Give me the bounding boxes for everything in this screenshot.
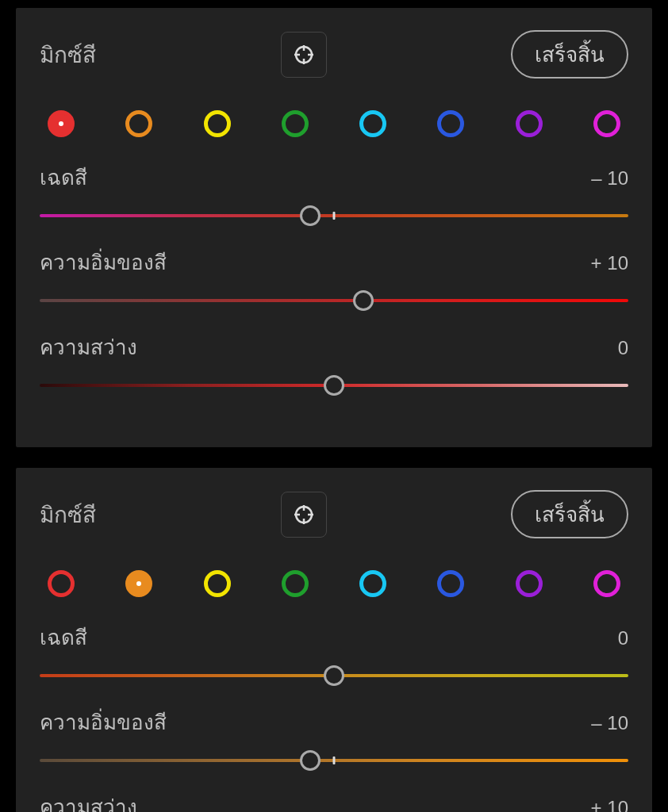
slider-label: เฉดสี [40, 621, 87, 653]
panel-title: มิกซ์สี [40, 37, 96, 72]
target-adjustment-button[interactable] [281, 492, 327, 538]
slider-thumb[interactable] [300, 750, 321, 771]
panel-header: มิกซ์สี เสร็จสิ้น [40, 490, 628, 538]
slider-track[interactable] [40, 665, 628, 687]
slider-center-tick [333, 756, 336, 764]
swatch-green[interactable] [282, 570, 309, 597]
slider-group: เฉดสี 0 [40, 621, 628, 687]
swatch-aqua[interactable] [359, 570, 386, 597]
swatch-yellow[interactable] [204, 110, 231, 137]
swatch-aqua[interactable] [359, 110, 386, 137]
slider-label: ความอิ่มของสี [40, 246, 167, 278]
slider-track[interactable] [40, 749, 628, 772]
slider-value: 0 [618, 627, 628, 649]
panel-title: มิกซ์สี [40, 497, 96, 532]
slider-center-tick [333, 212, 336, 220]
color-swatch-row [40, 570, 628, 597]
swatch-green[interactable] [282, 110, 309, 137]
slider-label: เฉดสี [40, 161, 87, 193]
slider-track[interactable] [40, 205, 628, 227]
swatch-magenta[interactable] [593, 110, 620, 137]
swatch-red[interactable] [48, 570, 75, 597]
swatch-yellow[interactable] [204, 570, 231, 597]
slider-value: – 10 [591, 712, 628, 734]
slider-value: + 10 [591, 797, 628, 812]
swatch-blue[interactable] [437, 110, 464, 137]
slider-group: เฉดสี – 10 [40, 161, 628, 227]
slider-track[interactable] [40, 374, 628, 396]
slider-thumb[interactable] [353, 290, 374, 311]
color-mix-panel: มิกซ์สี เสร็จสิ้น เฉดสี – 10 ความ [16, 8, 652, 447]
slider-gradient [40, 299, 628, 302]
done-button[interactable]: เสร็จสิ้น [511, 490, 628, 538]
slider-value: + 10 [591, 252, 628, 274]
panel-header: มิกซ์สี เสร็จสิ้น [40, 30, 628, 79]
color-mix-panel: มิกซ์สี เสร็จสิ้น เฉดสี 0 ความอิ่ [16, 468, 652, 812]
slider-label: ความสว่าง [40, 331, 137, 363]
slider-group: ความอิ่มของสี – 10 [40, 706, 628, 772]
done-button[interactable]: เสร็จสิ้น [511, 30, 628, 79]
slider-value: 0 [618, 337, 628, 359]
slider-value: – 10 [591, 167, 628, 190]
swatch-magenta[interactable] [593, 570, 620, 597]
swatch-orange[interactable] [125, 570, 152, 597]
target-icon [293, 504, 315, 526]
slider-label: ความอิ่มของสี [40, 706, 167, 738]
slider-group: ความอิ่มของสี + 10 [40, 246, 628, 312]
slider-group: ความสว่าง 0 [40, 331, 628, 396]
swatch-purple[interactable] [516, 570, 543, 597]
swatch-blue[interactable] [437, 570, 464, 597]
color-swatch-row [40, 110, 628, 137]
swatch-purple[interactable] [516, 110, 543, 137]
swatch-red[interactable] [48, 110, 75, 137]
slider-group: ความสว่าง + 10 [40, 791, 628, 812]
slider-thumb[interactable] [324, 665, 344, 686]
swatch-orange[interactable] [125, 110, 152, 137]
target-icon [293, 44, 315, 66]
slider-thumb[interactable] [300, 205, 321, 226]
slider-thumb[interactable] [324, 375, 344, 396]
slider-label: ความสว่าง [40, 791, 137, 812]
target-adjustment-button[interactable] [281, 32, 327, 78]
slider-track[interactable] [40, 289, 628, 312]
